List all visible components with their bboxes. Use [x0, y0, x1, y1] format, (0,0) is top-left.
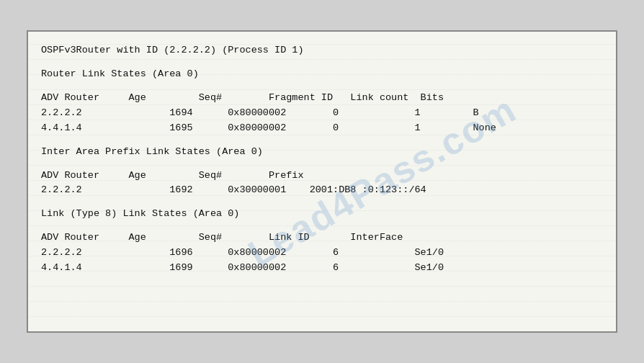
- section3-row-1: 4.4.1.4 1699 0x80000002 6 Se1/0: [41, 261, 603, 276]
- section3-columns: ADV Router Age Seq# Link ID InterFace: [41, 230, 603, 246]
- section1-row-1: 4.4.1.4 1695 0x80000002 0 1 None: [41, 121, 603, 136]
- section2-header: Inter Area Prefix Link States (Area 0): [41, 145, 603, 160]
- terminal-window: Lead4Pass.com OSPFv3Router with ID (2.2.…: [27, 30, 617, 333]
- section1-columns: ADV Router Age Seq# Fragment ID Link cou…: [41, 91, 603, 106]
- section2-columns: ADV Router Age Seq# Prefix: [41, 169, 603, 184]
- section3-row-0: 2.2.2.2 1696 0x80000002 6 Se1/0: [41, 246, 603, 261]
- section1-header: Router Link States (Area 0): [41, 67, 603, 82]
- ospf-title-line: OSPFv3Router with ID (2.2.2.2) (Process …: [41, 43, 603, 58]
- section1-row-0: 2.2.2.2 1694 0x80000002 0 1 B: [41, 106, 603, 121]
- section3-header: Link (Type 8) Link States (Area 0): [41, 207, 603, 222]
- section2-row-0: 2.2.2.2 1692 0x30000001 2001:DB8 :0:123:…: [41, 183, 603, 198]
